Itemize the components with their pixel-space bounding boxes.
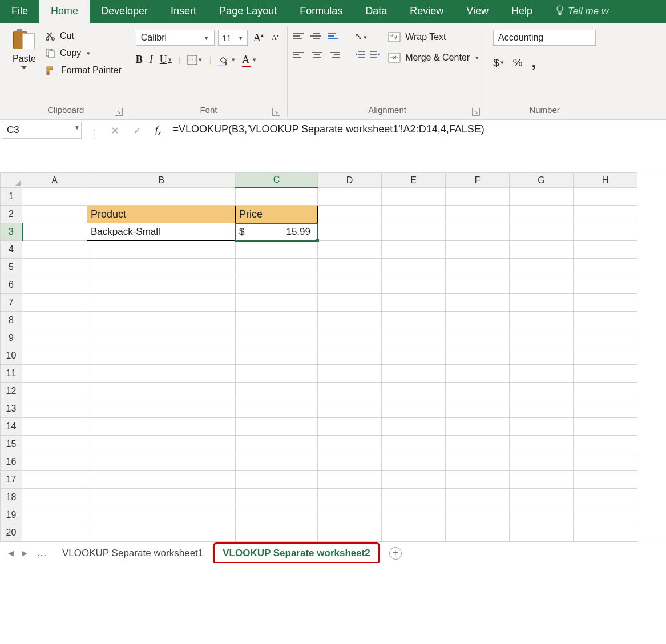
- increase-indent-button[interactable]: [370, 50, 380, 61]
- tab-view[interactable]: View: [455, 0, 500, 23]
- wrap-text-label: Wrap Text: [405, 32, 446, 42]
- cell-b2[interactable]: Product: [87, 206, 236, 223]
- row-header[interactable]: 15: [1, 436, 22, 453]
- worksheet-grid[interactable]: A B C D E F G H 1 2 Product Price 3 Back…: [0, 172, 666, 542]
- group-label-number: Number: [493, 103, 596, 117]
- row-header[interactable]: 11: [1, 365, 22, 383]
- orientation-button[interactable]: ⤡▾: [355, 31, 367, 42]
- font-color-button[interactable]: A▾: [242, 54, 256, 66]
- accounting-format-button[interactable]: $▾: [493, 57, 504, 69]
- fill-handle[interactable]: [316, 239, 319, 242]
- col-header-e[interactable]: E: [382, 173, 446, 188]
- row-header[interactable]: 1: [1, 188, 22, 206]
- bold-button[interactable]: B: [136, 54, 143, 66]
- row-header[interactable]: 10: [1, 347, 22, 365]
- row-header[interactable]: 18: [1, 489, 22, 506]
- row-header[interactable]: 14: [1, 418, 22, 436]
- paste-label: Paste: [13, 54, 36, 64]
- sheet-tab-2-active[interactable]: VLOOKUP Separate worksheet2: [213, 542, 380, 564]
- cut-button[interactable]: Cut: [45, 31, 122, 41]
- align-middle-button[interactable]: [310, 31, 323, 41]
- row-header[interactable]: 2: [1, 206, 22, 223]
- row-header[interactable]: 13: [1, 400, 22, 418]
- format-painter-button[interactable]: Format Painter: [45, 65, 122, 75]
- row-header[interactable]: 6: [1, 276, 22, 294]
- dialog-launcher-icon[interactable]: ↘: [472, 108, 480, 116]
- format-painter-label: Format Painter: [61, 65, 122, 75]
- col-header-c[interactable]: C: [236, 173, 318, 188]
- dialog-launcher-icon[interactable]: ↘: [115, 108, 123, 116]
- row-header[interactable]: 9: [1, 329, 22, 347]
- col-header-h[interactable]: H: [574, 173, 637, 188]
- col-header-g[interactable]: G: [510, 173, 574, 188]
- wrap-text-button[interactable]: ab Wrap Text: [386, 31, 481, 43]
- decrease-indent-button[interactable]: [355, 50, 365, 61]
- borders-button[interactable]: ▾: [187, 55, 202, 65]
- name-box[interactable]: C3 ▼: [2, 122, 82, 139]
- svg-text:ab: ab: [390, 34, 394, 38]
- row-header[interactable]: 16: [1, 453, 22, 471]
- tab-review[interactable]: Review: [398, 0, 455, 23]
- font-name-dropdown[interactable]: Calibri▼: [136, 30, 215, 46]
- fx-icon[interactable]: fx: [155, 124, 161, 138]
- merge-center-button[interactable]: Merge & Center ▾: [386, 51, 481, 64]
- number-format-dropdown[interactable]: Accounting: [493, 30, 596, 46]
- row-header[interactable]: 5: [1, 259, 22, 276]
- row-header[interactable]: 3: [1, 223, 22, 241]
- tab-page-layout[interactable]: Page Layout: [208, 0, 288, 23]
- row-header[interactable]: 12: [1, 383, 22, 400]
- tab-file[interactable]: File: [0, 0, 39, 23]
- paste-button[interactable]: Paste: [8, 26, 41, 103]
- col-header-b[interactable]: B: [87, 173, 236, 188]
- italic-button[interactable]: I: [150, 54, 153, 66]
- tab-home[interactable]: Home: [39, 0, 90, 23]
- cell-c3-selected[interactable]: $15.99: [236, 223, 318, 241]
- tab-data[interactable]: Data: [354, 0, 398, 23]
- row-header[interactable]: 7: [1, 294, 22, 312]
- formula-input[interactable]: =VLOOKUP(B3,'VLOOKUP Separate worksheet1…: [167, 120, 666, 172]
- tell-me-search[interactable]: Tell me w: [544, 0, 620, 23]
- new-sheet-button[interactable]: +: [389, 547, 402, 560]
- underline-button[interactable]: U▾: [160, 54, 172, 66]
- fill-color-button[interactable]: ▾: [218, 55, 235, 65]
- percent-format-button[interactable]: %: [513, 57, 523, 69]
- formula-bar: C3 ▼ ⋮ ✕ ✓ fx =VLOOKUP(B3,'VLOOKUP Separ…: [0, 120, 666, 172]
- select-all-button[interactable]: [1, 173, 22, 188]
- tab-formulas[interactable]: Formulas: [288, 0, 354, 23]
- sheet-nav-next[interactable]: ▶: [18, 549, 31, 557]
- align-right-button[interactable]: [328, 50, 340, 60]
- svg-point-1: [52, 38, 54, 40]
- comma-format-button[interactable]: ,: [532, 54, 536, 71]
- align-center-button[interactable]: [310, 50, 323, 60]
- col-header-d[interactable]: D: [318, 173, 382, 188]
- chevron-down-icon: ▾: [500, 59, 504, 66]
- copy-button[interactable]: Copy ▾: [45, 48, 122, 58]
- dialog-launcher-icon[interactable]: ↘: [272, 108, 280, 116]
- row-header[interactable]: 20: [1, 524, 22, 542]
- tab-developer[interactable]: Developer: [90, 0, 159, 23]
- row-header[interactable]: 8: [1, 312, 22, 329]
- cell-b3[interactable]: Backpack-Small: [87, 223, 236, 241]
- col-header-a[interactable]: A: [22, 173, 87, 188]
- font-size-dropdown[interactable]: 11▼: [218, 30, 248, 46]
- row-header[interactable]: 4: [1, 241, 22, 259]
- align-bottom-button[interactable]: [328, 31, 340, 41]
- align-left-button[interactable]: [293, 50, 306, 60]
- row-header[interactable]: 17: [1, 471, 22, 489]
- tab-help[interactable]: Help: [500, 0, 544, 23]
- sheet-nav-more[interactable]: …: [32, 547, 53, 559]
- cut-label: Cut: [60, 31, 74, 41]
- col-header-f[interactable]: F: [446, 173, 510, 188]
- cell-c2[interactable]: Price: [236, 206, 318, 223]
- tab-insert[interactable]: Insert: [159, 0, 208, 23]
- row-header[interactable]: 19: [1, 506, 22, 524]
- group-clipboard: Paste Cut Copy ▾ Format Painter: [2, 26, 130, 117]
- sheet-nav-prev[interactable]: ◀: [5, 549, 17, 557]
- divider: ⋮: [83, 120, 105, 172]
- cancel-formula-button: ✕: [111, 124, 119, 137]
- sheet-tab-1[interactable]: VLOOKUP Separate worksheet1: [54, 544, 212, 563]
- align-top-button[interactable]: [293, 31, 306, 41]
- chevron-down-icon: ▼: [204, 35, 209, 41]
- increase-font-button[interactable]: A▴: [251, 32, 266, 44]
- decrease-font-button[interactable]: A▾: [269, 33, 281, 42]
